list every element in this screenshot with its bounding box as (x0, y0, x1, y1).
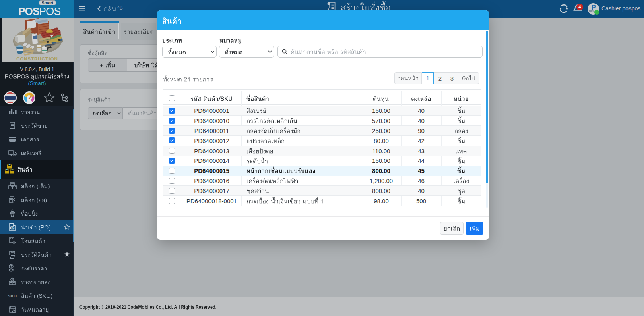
svg-text:PO: PO (11, 227, 14, 229)
svg-text:SKU: SKU (8, 294, 17, 298)
